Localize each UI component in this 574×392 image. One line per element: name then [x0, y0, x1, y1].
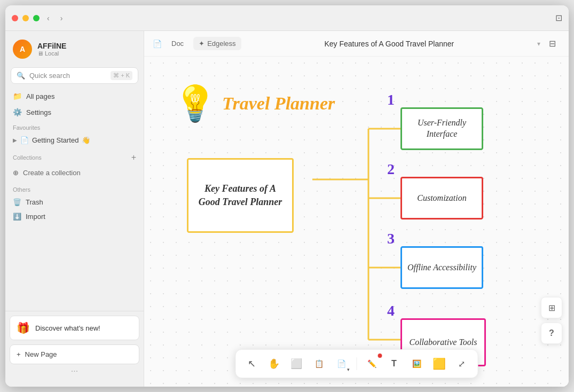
bottom-toolbar: ↖ ✋ ⬜ 📋 📄▾ ✏️ T 🖼️ 🟨 ⤢	[235, 349, 478, 378]
maximize-button[interactable]	[33, 15, 40, 21]
sidebar-item-import[interactable]: ⬇️ Import	[9, 209, 140, 224]
close-button[interactable]	[12, 15, 18, 21]
feature-4-text: Collaborative Tools	[410, 337, 477, 348]
favourites-section-header: Favourites	[5, 120, 144, 133]
title-chevron-icon: ▾	[537, 40, 540, 48]
right-panel-buttons: ⊞ ?	[541, 297, 562, 344]
quick-search-bar[interactable]: 🔍 Quick search ⌘ + K	[11, 67, 138, 84]
sidebar-item-settings[interactable]: ⚙️ Settings	[9, 104, 140, 120]
canvas-area[interactable]: 💡 Travel Planner Key Features of A Good …	[144, 57, 569, 387]
collections-header: Collections +	[5, 147, 144, 166]
new-page-button[interactable]: + New Page	[10, 344, 139, 364]
others-section-header: Others	[5, 182, 144, 195]
sidebar: A AFFilNE 🖥 Local 🔍 Quick search ⌘ + K	[5, 31, 144, 387]
settings-label: Settings	[26, 108, 51, 116]
sidebar-more-dots[interactable]: ···	[10, 364, 139, 378]
number-3-label: 3	[387, 230, 395, 247]
create-collection-label: Create a collection	[23, 169, 81, 177]
workspace-name: AFFilNE	[37, 42, 66, 50]
travel-planner-header: 💡 Travel Planner	[174, 86, 335, 121]
number-4-label: 4	[387, 302, 395, 319]
workspace-header[interactable]: A AFFilNE 🖥 Local	[5, 35, 144, 65]
settings-icon: ⚙️	[13, 108, 22, 116]
collections-label: Collections	[13, 154, 128, 161]
pages-icon: 📁	[13, 92, 22, 100]
shape-tool-button[interactable]: 🟨	[429, 354, 449, 373]
feature-node-1[interactable]: User-Friendly Interface	[400, 107, 483, 150]
others-section: Others 🗑️ Trash ⬇️ Import	[5, 182, 144, 224]
edgeless-mode-button[interactable]: ✦ Edgeless	[193, 37, 241, 50]
monitor-icon: 🖥	[37, 50, 43, 57]
search-icon: 🔍	[17, 72, 25, 80]
pen-color-indicator	[377, 353, 382, 358]
sidebar-footer: 🎁 Discover what's new! + New Page ···	[5, 311, 144, 382]
back-button[interactable]: ‹	[44, 12, 53, 25]
search-shortcut: ⌘ + K	[111, 71, 132, 80]
workspace-avatar: A	[13, 40, 32, 59]
minimize-button[interactable]	[22, 15, 29, 21]
getting-started-label: Getting Started	[32, 136, 78, 144]
sidebar-item-trash[interactable]: 🗑️ Trash	[9, 195, 140, 209]
doc-mode-button[interactable]: Doc	[166, 37, 189, 50]
insert-tool-button[interactable]: 📄▾	[332, 354, 351, 373]
header-view-toggle[interactable]: ⊟	[545, 36, 560, 51]
document-title: Key Features of A Good Travel Planner	[246, 40, 533, 48]
edgeless-icon: ✦	[199, 40, 205, 48]
header-doc-icon: 📄	[153, 40, 162, 48]
feature-3-text: Offline Accessibility	[407, 262, 476, 273]
sidebar-toggle-button[interactable]: ⊡	[555, 13, 562, 23]
feature-node-2[interactable]: Customization	[400, 177, 483, 219]
discover-whats-new-button[interactable]: 🎁 Discover what's new!	[10, 316, 139, 340]
new-page-label: New Page	[25, 350, 57, 358]
note-tool-button[interactable]: 📋	[309, 354, 328, 373]
trash-label: Trash	[26, 198, 43, 206]
import-label: Import	[26, 213, 45, 221]
titlebar: ‹ › ⊡	[5, 5, 569, 31]
create-collection-item[interactable]: ⊕ Create a collection	[9, 166, 140, 180]
import-icon: ⬇️	[13, 213, 21, 221]
text-tool-button[interactable]: T	[384, 354, 404, 373]
doc-mode-label: Doc	[171, 40, 184, 48]
trash-icon: 🗑️	[13, 198, 21, 206]
grid-panel-button[interactable]: ⊞	[541, 297, 562, 318]
edgeless-mode-label: Edgeless	[207, 40, 235, 48]
number-2-label: 2	[387, 161, 395, 178]
feature-1-text: User-Friendly Interface	[406, 117, 477, 140]
hand-tool-button[interactable]: ✋	[264, 354, 284, 373]
select-tool-button[interactable]: ↖	[242, 354, 261, 373]
workspace-type: 🖥 Local	[37, 50, 66, 57]
feature-node-3[interactable]: Offline Accessibility	[400, 246, 483, 289]
doc-icon: 📄	[20, 136, 29, 144]
forward-button[interactable]: ›	[57, 12, 66, 25]
connector-tool-button[interactable]: ⤢	[452, 354, 471, 373]
frame-tool-button[interactable]: ⬜	[287, 354, 306, 373]
add-collection-button[interactable]: +	[128, 152, 139, 163]
main-header: 📄 Doc ✦ Edgeless Key Features of A Good …	[144, 31, 569, 57]
discover-label: Discover what's new!	[35, 324, 100, 332]
number-1-label: 1	[387, 91, 395, 108]
help-button[interactable]: ?	[541, 323, 562, 344]
travel-planner-title: Travel Planner	[222, 93, 335, 114]
search-label: Quick search	[29, 72, 106, 80]
image-tool-button[interactable]: 🖼️	[407, 354, 426, 373]
getting-started-emoji: 👋	[82, 136, 90, 144]
sidebar-nav: 📁 All pages ⚙️ Settings	[5, 88, 144, 120]
pen-tool-button[interactable]: ✏️	[362, 354, 381, 373]
central-node-text: Key Features of A Good Travel Planner	[195, 182, 286, 209]
gift-icon: 🎁	[17, 322, 30, 334]
toolbar-separator-1	[356, 357, 357, 370]
favourites-item-getting-started[interactable]: ▶ 📄 Getting Started 👋	[9, 133, 140, 147]
feature-2-text: Customization	[417, 193, 466, 204]
sidebar-item-all-pages[interactable]: 📁 All pages	[9, 88, 140, 104]
central-node[interactable]: Key Features of A Good Travel Planner	[187, 158, 294, 233]
chevron-icon: ▶	[13, 137, 17, 143]
workspace-info: AFFilNE 🖥 Local	[37, 42, 66, 57]
main-content: 📄 Doc ✦ Edgeless Key Features of A Good …	[144, 31, 569, 387]
plus-icon: +	[17, 350, 21, 358]
lightbulb-icon: 💡	[174, 86, 217, 121]
create-collection-icon: ⊕	[13, 169, 19, 177]
all-pages-label: All pages	[26, 92, 54, 100]
